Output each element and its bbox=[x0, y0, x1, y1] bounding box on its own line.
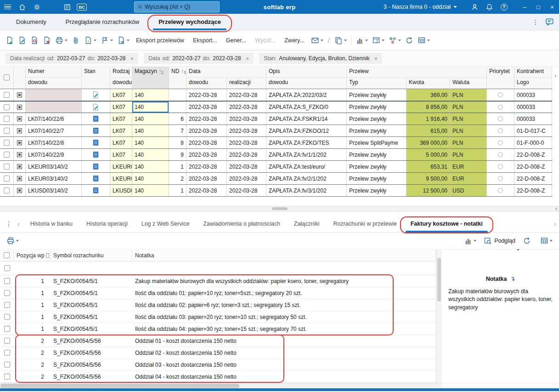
delete-document-button[interactable] bbox=[41, 34, 53, 47]
header-nd[interactable]: ND ↑3 bbox=[169, 67, 186, 89]
cell-priorytet[interactable] bbox=[487, 125, 514, 136]
cell-kontrahent-logo[interactable]: 01-F-000-0 bbox=[514, 137, 552, 148]
cell-notatka[interactable]: Ilość dla oddziału 01: papier=10 ryz; to… bbox=[132, 287, 436, 299]
cell-numer-dowodu[interactable]: LK07/140/22/9 bbox=[26, 149, 82, 160]
note-row[interactable]: 2 S_FZKO/0054/5/56 Oddział 04 - koszt do… bbox=[0, 371, 436, 383]
cell-data-dowodu[interactable]: 2022-03-28 bbox=[186, 113, 227, 125]
eksport-przelewow-button[interactable]: Eksport przelewów bbox=[132, 37, 188, 44]
generuj-button[interactable]: Gener... bbox=[222, 37, 250, 44]
header-pozycja[interactable]: Pozycja wp bbox=[14, 250, 51, 261]
cell-typ-przelewu[interactable]: Przelew zwykły bbox=[347, 185, 407, 196]
cell-stan[interactable] bbox=[82, 125, 110, 136]
cell-data-realizacji[interactable]: 2022-03-28 bbox=[227, 149, 266, 160]
new-document-button[interactable] bbox=[4, 34, 16, 47]
cell-kontrahent-logo[interactable]: 000033 bbox=[514, 89, 552, 101]
cell-kontrahent-logo[interactable]: 22-D-008-Z bbox=[514, 185, 552, 196]
cell-opis-dowodu[interactable]: ZAPŁATA ZA:2022/03/2 bbox=[266, 89, 347, 101]
cell-notatka[interactable]: Oddział 04 - koszt dostarczenia 150 nett… bbox=[132, 371, 436, 382]
cell-typ-przelewu[interactable]: Przelew zwykły bbox=[347, 173, 407, 184]
header-rodzaj-sub[interactable]: dowodu bbox=[110, 78, 132, 89]
cell-stan[interactable] bbox=[82, 173, 110, 184]
cell-kontrahent-logo[interactable]: 01-D-017-C bbox=[514, 125, 552, 136]
cell-kwota[interactable]: 8 856,00 bbox=[407, 102, 450, 113]
bc-module-button[interactable]: BC bbox=[74, 0, 89, 14]
detail-chart-button[interactable] bbox=[462, 234, 478, 248]
cell-magazyn[interactable]: 140 bbox=[132, 173, 169, 184]
cell-pozycja[interactable]: 2 bbox=[14, 371, 51, 382]
user-button[interactable] bbox=[467, 0, 482, 14]
panel-collapse-icon[interactable] bbox=[517, 249, 519, 251]
cell-priorytet[interactable] bbox=[487, 185, 514, 196]
row-checkbox[interactable] bbox=[0, 347, 14, 358]
cell-data-realizacji[interactable]: 2022-03-28 bbox=[227, 102, 266, 113]
cell-nd[interactable] bbox=[169, 89, 186, 101]
cell-numer-dowodu[interactable]: LK07/140/22/6 bbox=[26, 113, 82, 125]
note-row[interactable]: 1 S_FZKO/0054/5/1 Ilość dla oddziału 03:… bbox=[0, 311, 436, 323]
header-waluta[interactable]: Waluta bbox=[450, 78, 487, 89]
cell-kwota[interactable]: 369 000,00 bbox=[407, 137, 450, 148]
cell-data-dowodu[interactable]: 2022-03-28 bbox=[186, 185, 227, 196]
cell-rodzaj-dowodu[interactable]: LK07 bbox=[110, 102, 132, 113]
window-maximize-button[interactable]: □ bbox=[531, 0, 545, 14]
filter-chip-data-realizacji[interactable]: Data realizacji od: 2022-03-27 do: 2022-… bbox=[6, 53, 138, 64]
cell-magazyn[interactable]: 140 bbox=[132, 185, 169, 196]
cell-kwota[interactable]: 12 500,00 bbox=[407, 185, 450, 196]
cell-pozycja[interactable]: 2 bbox=[14, 359, 51, 370]
grid-settings-button[interactable] bbox=[416, 34, 432, 47]
cell-pozycja[interactable]: 2 bbox=[14, 347, 51, 358]
collapse-panel-icon[interactable]: ‹ bbox=[555, 205, 557, 212]
cell-waluta[interactable]: PLN bbox=[450, 125, 487, 136]
help-button[interactable]: ? bbox=[497, 0, 511, 14]
cell-opis-dowodu[interactable]: ZAPŁATA ZA:fv/1/1/202 bbox=[266, 149, 347, 160]
cell-nd[interactable]: 1 bbox=[169, 161, 186, 172]
detail-tabs-menu-icon[interactable]: ⋮ bbox=[4, 220, 14, 227]
cell-nd[interactable] bbox=[169, 102, 186, 113]
cell-priorytet[interactable] bbox=[487, 149, 514, 160]
header-symbol[interactable]: Symbol rozrachunku bbox=[51, 250, 132, 261]
zweryfikuj-button[interactable]: Zwery... bbox=[280, 37, 309, 44]
cell-priorytet[interactable] bbox=[487, 173, 514, 184]
cell-numer-dowodu[interactable]: LKEUR03/140/2 bbox=[26, 161, 82, 172]
cell-kwota[interactable]: 369,00 bbox=[407, 89, 450, 101]
row-checkbox[interactable] bbox=[0, 311, 14, 323]
header-opis-sub[interactable]: dowodu bbox=[266, 78, 347, 89]
cell-typ-przelewu[interactable]: Przelew zwykły bbox=[347, 161, 407, 172]
cell-data-realizacji[interactable]: 2022-03-28 bbox=[227, 137, 266, 148]
layout-button[interactable] bbox=[370, 34, 386, 47]
splitter-grip[interactable] bbox=[272, 207, 288, 210]
transfer-row[interactable]: LK07/140/22/7 LK07 140 7 2022-03-28 2022… bbox=[0, 125, 552, 137]
chip-close-icon[interactable]: × bbox=[130, 55, 134, 62]
cell-priorytet[interactable] bbox=[487, 113, 514, 125]
cell-data-realizacji[interactable]: 2022-03-28 bbox=[227, 89, 266, 101]
row-checkbox[interactable] bbox=[0, 299, 14, 311]
cell-opis-dowodu[interactable]: ZAPŁATA ZA:test/euro/ bbox=[266, 161, 347, 172]
transfer-row[interactable]: LKEUR03/140/2 LKEUR0 140 2 2022-03-28 20… bbox=[0, 173, 552, 185]
select-all-checkbox[interactable] bbox=[0, 67, 14, 89]
cell-magazyn[interactable]: 140 bbox=[132, 161, 169, 172]
cell-rodzaj-dowodu[interactable]: LK07 bbox=[110, 113, 132, 125]
cell-nd[interactable]: 8 bbox=[169, 137, 186, 148]
cell-waluta[interactable]: USD bbox=[450, 185, 487, 196]
cell-rodzaj-dowodu[interactable]: LKEUR0 bbox=[110, 161, 132, 172]
tab-dokumenty[interactable]: Dokumenty bbox=[9, 14, 54, 30]
cell-waluta[interactable]: PLN bbox=[450, 102, 487, 113]
notifications-button[interactable] bbox=[482, 0, 497, 14]
cell-waluta[interactable]: PLN bbox=[450, 137, 487, 148]
cell-nd[interactable]: 1 bbox=[169, 185, 186, 196]
note-row[interactable]: 1 S_FZKO/0054/5/1 Ilość dla oddziału 04:… bbox=[0, 323, 436, 335]
header-data-dowodu[interactable]: dowodu bbox=[186, 78, 227, 89]
header-kontrahent-sub[interactable]: Logo bbox=[514, 78, 552, 89]
workflow-button[interactable] bbox=[387, 34, 403, 47]
notes-vertical-scrollbar[interactable] bbox=[436, 250, 442, 383]
window-minimize-button[interactable]: – bbox=[518, 0, 531, 14]
cell-data-realizacji[interactable]: 2022-03-28 bbox=[227, 125, 266, 136]
flag-button[interactable] bbox=[99, 34, 115, 47]
cell-symbol-rozrachunku[interactable]: S_FZKO/0054/5/56 bbox=[51, 335, 132, 347]
global-search[interactable] bbox=[134, 1, 220, 12]
header-stan[interactable]: Stan bbox=[82, 67, 110, 89]
row-checkbox[interactable] bbox=[0, 185, 14, 196]
cell-stan[interactable] bbox=[82, 185, 110, 196]
row-checkbox[interactable] bbox=[0, 359, 14, 370]
row-checkbox[interactable] bbox=[0, 149, 14, 160]
cell-waluta[interactable]: PLN bbox=[450, 113, 487, 125]
